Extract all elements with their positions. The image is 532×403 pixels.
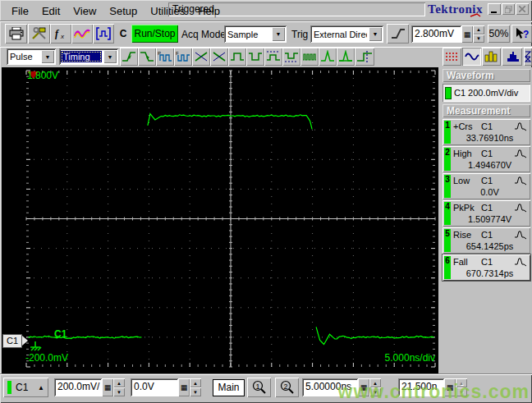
display-xy-button[interactable]	[524, 48, 532, 66]
chevron-down-icon: ▼	[272, 27, 285, 41]
menu-setup[interactable]: Setup	[103, 3, 144, 19]
runt-neg-icon	[284, 50, 299, 63]
measurement-source: C1	[481, 121, 501, 131]
waveform-list-item[interactable]: C1 200.0mV/div	[443, 84, 530, 102]
trigger-type-select[interactable]: Timing ▼	[59, 48, 118, 65]
glitch-pos-icon: P	[158, 50, 172, 63]
keypad-button[interactable]: ▦	[444, 378, 456, 396]
edge-rise-icon	[122, 50, 136, 63]
trigger-spike-pos-button[interactable]	[319, 48, 337, 66]
pulse-marker-button[interactable]	[93, 24, 114, 44]
pulse-measure-icon	[514, 230, 527, 240]
triangle-up-icon: ▲	[38, 384, 44, 392]
spin-up-icon[interactable]: ▲	[456, 378, 467, 387]
spike-pos-icon	[320, 50, 335, 63]
svg-text:2: 2	[283, 382, 287, 391]
logo-swoosh-icon	[470, 13, 481, 17]
context-help-button[interactable]: ?	[511, 25, 532, 43]
display-histogram-button[interactable]	[502, 48, 522, 66]
trigger-setup-hold-button[interactable]	[355, 48, 374, 66]
timebase-label: 5.000ns/div	[385, 352, 435, 364]
trigger-class-select[interactable]: Pulse ▼	[7, 48, 56, 65]
magnifier-1-icon: 1	[251, 380, 268, 395]
display-vector-button[interactable]	[462, 48, 481, 66]
spin-up-icon[interactable]: ▲	[473, 25, 484, 34]
channel-color-chip	[7, 381, 11, 394]
trigger-source-value: External Direct	[310, 30, 367, 39]
keypad-button[interactable]: ▦	[102, 378, 113, 396]
trigger-slope-button[interactable]	[387, 24, 409, 44]
delay-spinner[interactable]: ▲▼	[456, 378, 467, 396]
spin-up-icon[interactable]: ▲	[190, 378, 201, 387]
reference-waveform-button[interactable]	[71, 24, 93, 44]
trigger-runt-pos-button[interactable]	[264, 48, 282, 66]
run-stop-button[interactable]: Run/Stop	[131, 25, 178, 43]
graticule	[2, 67, 438, 373]
trigger-width-neg-button[interactable]	[246, 48, 264, 66]
display-intensity-button[interactable]	[482, 48, 501, 66]
trigger-transition-rise-button[interactable]	[192, 48, 210, 66]
zoom-1-button[interactable]: 1	[247, 378, 271, 397]
vertical-position-spinner[interactable]: ▲▼	[190, 378, 201, 396]
display-dots-button[interactable]	[443, 48, 461, 66]
trigger-level-spinner[interactable]: ▲ ▼	[473, 25, 484, 43]
setup-tools-button[interactable]	[28, 24, 50, 44]
trigger-runt-neg-button[interactable]	[282, 48, 300, 66]
trigger-width-pos-button[interactable]	[228, 48, 246, 66]
trigger-burst-button[interactable]	[300, 48, 319, 66]
measurement-value: 1.509774V	[452, 214, 527, 224]
vertical-scale-spinner[interactable]: ▲▼	[113, 378, 125, 396]
trigger-edge-rise-button[interactable]	[120, 48, 138, 66]
spin-up-icon[interactable]: ▲	[369, 378, 381, 387]
menu-edit[interactable]: Edit	[35, 3, 66, 19]
measurement-name: Fall	[453, 257, 481, 267]
trigger-glitch-neg-button[interactable]: F	[174, 48, 192, 66]
set-50-percent-button[interactable]: 50%	[488, 25, 510, 43]
measurement-tile[interactable]: 4 PkPkC1 1.509774V	[443, 200, 530, 227]
measurement-tile[interactable]: 5 RiseC1 654.1425ps	[443, 227, 530, 254]
trigger-glitch-pos-button[interactable]: P	[156, 48, 174, 66]
vertical-position-field[interactable]: 0.0V	[131, 378, 178, 396]
spin-down-icon[interactable]: ▼	[473, 34, 484, 44]
trigger-source-select[interactable]: External Direct ▼	[310, 25, 383, 43]
measurement-tile[interactable]: 2 HighC1 1.494670V	[443, 146, 530, 172]
menu-file[interactable]: File	[5, 3, 35, 19]
zoom-2-button[interactable]: 2	[275, 378, 299, 397]
channel-tab-c1[interactable]: C1	[2, 334, 27, 348]
spin-up-icon[interactable]: ▲	[113, 378, 125, 387]
acq-mode-value: Sample	[224, 30, 270, 39]
spike-neg-icon	[338, 50, 353, 63]
measurement-index: 4	[444, 202, 451, 211]
timebase-spinner[interactable]: ▲▼	[369, 378, 381, 396]
measurement-index: 2	[444, 148, 451, 157]
compare-button[interactable]: C	[116, 24, 131, 44]
timebase-field[interactable]: 5.00000ns	[302, 378, 358, 396]
measurement-source: C1	[481, 257, 501, 267]
spin-down-icon[interactable]: ▼	[369, 387, 381, 396]
print-button[interactable]	[5, 24, 27, 44]
keypad-button[interactable]: ▦	[178, 378, 190, 396]
close-button[interactable]	[516, 3, 529, 15]
pulse-measure-icon	[514, 176, 527, 185]
trigger-transition-fall-button[interactable]	[210, 48, 228, 66]
keypad-button[interactable]: ▦	[358, 378, 369, 396]
delay-field[interactable]: 21.500n	[398, 378, 444, 396]
spin-down-icon[interactable]: ▼	[190, 387, 201, 396]
measurement-tile-selected[interactable]: 6 FallC1 670.7314ps	[443, 254, 530, 281]
trigger-spike-neg-button[interactable]	[337, 48, 355, 66]
minimize-button[interactable]	[488, 3, 501, 15]
top-voltage-label: 1.800V	[27, 70, 58, 81]
measurement-tile[interactable]: 1 +CrsC1 33.76910ns	[443, 119, 530, 145]
measurement-tile[interactable]: 3 LowC1 0.0V	[443, 173, 530, 199]
keypad-button[interactable]: ▦	[461, 25, 473, 43]
spin-down-icon[interactable]: ▼	[113, 387, 125, 396]
acq-mode-select[interactable]: Sample ▼	[224, 25, 287, 43]
restore-button[interactable]	[502, 3, 515, 15]
spin-down-icon[interactable]: ▼	[456, 387, 467, 396]
menu-view[interactable]: View	[66, 3, 103, 19]
trigger-edge-fall-button[interactable]	[138, 48, 156, 66]
math-function-button[interactable]: fx	[50, 24, 71, 44]
vertical-scale-field[interactable]: 200.0mV/	[54, 378, 102, 396]
channel-select-button[interactable]: C1 ▲	[3, 378, 48, 397]
trigger-level-field[interactable]: 2.800mV	[411, 25, 461, 43]
